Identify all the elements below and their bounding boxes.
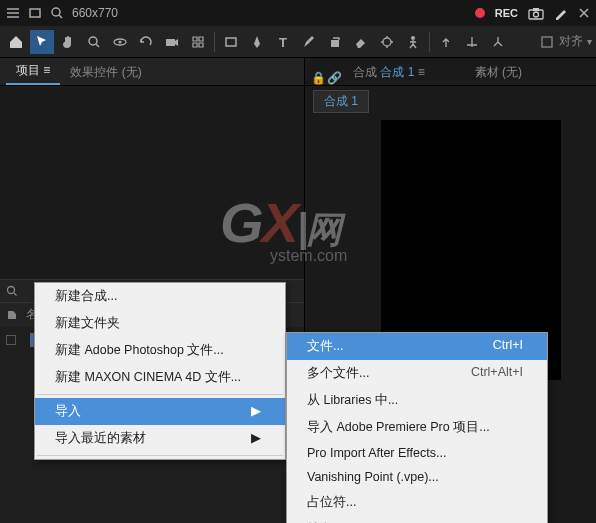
svg-text:T: T <box>279 35 287 50</box>
tag-column-icon[interactable] <box>6 309 26 321</box>
text-tool[interactable]: T <box>271 30 295 54</box>
tab-composition[interactable]: 合成 合成 1 ≡ <box>343 60 435 85</box>
menu-pro-import[interactable]: Pro Import After Effects... <box>287 441 547 465</box>
svg-point-1 <box>52 8 60 16</box>
puppet-tool[interactable] <box>401 30 425 54</box>
tab-footage[interactable]: 素材 (无) <box>465 60 532 85</box>
menu-separator <box>37 455 283 456</box>
lock-icon[interactable]: 🔒 <box>311 71 323 85</box>
label-swatch[interactable] <box>6 335 16 345</box>
title-dimensions: 660x770 <box>72 6 118 20</box>
svg-rect-4 <box>533 8 539 11</box>
tab-project[interactable]: 项目 ≡ <box>6 58 60 85</box>
record-label: REC <box>495 7 518 19</box>
snap-icon[interactable] <box>539 34 555 50</box>
svg-point-7 <box>119 40 122 43</box>
search-icon[interactable] <box>50 6 64 20</box>
home-tool[interactable] <box>4 30 28 54</box>
orbit-tool[interactable] <box>108 30 132 54</box>
link-icon[interactable]: 🔗 <box>327 71 339 85</box>
menu-new-photoshop[interactable]: 新建 Adobe Photoshop 文件... <box>35 337 285 364</box>
clone-tool[interactable] <box>323 30 347 54</box>
rectangle-tool[interactable] <box>219 30 243 54</box>
submenu-arrow-icon: ▶ <box>221 430 261 447</box>
svg-point-12 <box>383 38 391 46</box>
window-icon[interactable] <box>28 6 42 20</box>
selection-tool[interactable] <box>30 30 54 54</box>
brush-tool[interactable] <box>297 30 321 54</box>
local-axis-tool[interactable] <box>434 30 458 54</box>
menu-vanishing-point[interactable]: Vanishing Point (.vpe)... <box>287 465 547 489</box>
menu-from-libraries[interactable]: 从 Libraries 中... <box>287 387 547 414</box>
pen-tool[interactable] <box>245 30 269 54</box>
menu-import-recent[interactable]: 导入最近的素材▶ <box>35 425 285 452</box>
menu-placeholder[interactable]: 占位符... <box>287 489 547 516</box>
toolbar: T 对齐 ▾ <box>0 26 596 58</box>
pen-icon[interactable] <box>554 6 568 20</box>
record-indicator-icon <box>475 8 485 18</box>
svg-rect-14 <box>542 37 552 47</box>
svg-point-15 <box>8 286 15 293</box>
tab-effect-controls[interactable]: 效果控件 (无) <box>60 60 151 85</box>
titlebar: 660x770 REC <box>0 0 596 26</box>
context-menu-import: 文件...Ctrl+I 多个文件...Ctrl+Alt+I 从 Librarie… <box>286 332 548 523</box>
search-icon[interactable] <box>6 285 18 297</box>
rotobrush-tool[interactable] <box>375 30 399 54</box>
menu-multiple-files[interactable]: 多个文件...Ctrl+Alt+I <box>287 360 547 387</box>
context-menu-project: 新建合成... 新建文件夹 新建 Adobe Photoshop 文件... 新… <box>34 282 286 460</box>
close-icon[interactable] <box>578 7 590 19</box>
svg-point-3 <box>534 12 539 17</box>
menu-new-c4d[interactable]: 新建 MAXON CINEMA 4D 文件... <box>35 364 285 391</box>
camera-icon[interactable] <box>528 6 544 20</box>
anchor-tool[interactable] <box>186 30 210 54</box>
svg-rect-11 <box>331 40 339 47</box>
snap-chevron-icon[interactable]: ▾ <box>587 36 592 47</box>
menu-separator <box>37 394 283 395</box>
menu-import-premiere[interactable]: 导入 Adobe Premiere Pro 项目... <box>287 414 547 441</box>
svg-rect-9 <box>226 38 236 46</box>
svg-rect-0 <box>30 9 40 17</box>
zoom-tool[interactable] <box>82 30 106 54</box>
svg-point-13 <box>411 36 415 40</box>
snap-label[interactable]: 对齐 <box>559 33 583 50</box>
world-axis-tool[interactable] <box>460 30 484 54</box>
svg-rect-8 <box>166 39 175 46</box>
menu-solid[interactable]: 纯色... <box>287 516 547 523</box>
menu-import[interactable]: 导入▶ <box>35 398 285 425</box>
menu-new-composition[interactable]: 新建合成... <box>35 283 285 310</box>
menu-icon[interactable] <box>6 6 20 20</box>
view-axis-tool[interactable] <box>486 30 510 54</box>
menu-file[interactable]: 文件...Ctrl+I <box>287 333 547 360</box>
svg-point-5 <box>89 37 97 45</box>
project-info-area <box>0 86 304 279</box>
eraser-tool[interactable] <box>349 30 373 54</box>
camera-tool[interactable] <box>160 30 184 54</box>
menu-new-folder[interactable]: 新建文件夹 <box>35 310 285 337</box>
submenu-arrow-icon: ▶ <box>221 403 261 420</box>
rotation-tool[interactable] <box>134 30 158 54</box>
hand-tool[interactable] <box>56 30 80 54</box>
